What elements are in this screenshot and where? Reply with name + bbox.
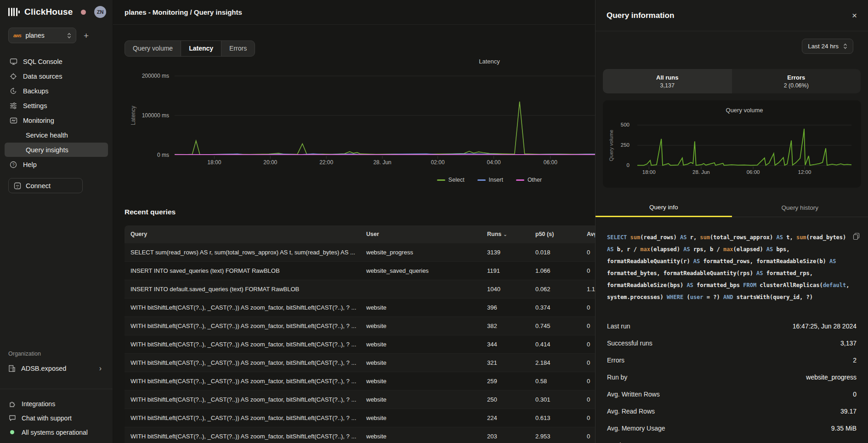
cell-query: WITH bitShiftLeft(CAST(?..), _CAST(?..))… [130,341,366,348]
sidebar-item-settings[interactable]: Settings [5,98,108,113]
connect-icon [14,182,21,190]
cell-user: website [366,341,487,348]
sidebar-item-help[interactable]: ? Help [5,157,108,172]
service-selector[interactable]: aws planes [8,28,76,43]
sql-code-line: formatReadableSize(bps) AS formatted_bps… [607,279,859,291]
cell-runs: 3139 [487,249,535,256]
toggle-all-runs[interactable]: All runs 3,137 [603,69,732,93]
x-tick-label: 28. Jun [373,159,391,166]
notification-dot-icon[interactable] [81,10,86,15]
x-tick-label: 04:00 [487,159,501,166]
cell-user: website [366,359,487,366]
stat-p50-latency: p50 latency0.018s [607,437,857,443]
sidebar-item-label: Settings [23,102,47,109]
runs-errors-toggle: All runs 3,137 Errors 2 (0.06%) [603,69,861,93]
cell-query: SELECT sum(read_rows) AS r, sum(total_ro… [130,249,366,256]
organization-section: Organization ADSB.exposed › [0,351,113,376]
organization-item[interactable]: ADSB.exposed › [8,361,104,376]
sidebar-footer: Integrations Chat with support All syste… [8,397,108,439]
clickhouse-logo-icon [8,8,20,16]
legend-swatch-insert [477,179,486,181]
toggle-errors[interactable]: Errors 2 (0.06%) [732,69,861,93]
sql-code-line: AS b, r / max(elapsed) AS rps, b / max(e… [607,243,859,255]
sidebar-divider [0,389,113,389]
column-header-runs[interactable]: Runs⌄ [487,231,535,237]
sidebar-item-monitoring[interactable]: Monitoring [5,113,108,127]
cell-runs: 250 [487,396,535,403]
sidebar-item-label: Help [23,161,37,168]
connect-button[interactable]: Connect [8,178,83,193]
query-volume-plot[interactable] [603,100,861,174]
system-status-item[interactable]: All systems operational [8,425,108,439]
sidebar: ClickHouse ZN aws planes + SQL Console [0,0,113,443]
column-header-user[interactable]: User [366,231,487,237]
cell-p50: 2.184 [535,359,587,366]
service-name: planes [25,32,44,39]
query-information-panel: Query information × Last 24 hrs All runs… [595,0,868,443]
legend-item-insert[interactable]: Insert [477,177,503,183]
cell-query: WITH bitShiftLeft(CAST(?..), _CAST(?..))… [130,359,366,366]
cell-query: WITH bitShiftLeft(CAST(?..), _CAST(?..))… [130,378,366,385]
cell-p50: 2.953 [535,433,587,440]
legend-label: Insert [489,177,503,183]
column-header-p50[interactable]: p50 (s) [535,231,587,237]
backups-icon [9,87,17,95]
time-range-value: Last 24 hrs [808,43,839,50]
sidebar-item-query-insights[interactable]: Query insights [5,143,108,157]
column-header-query[interactable]: Query [130,231,366,237]
sidebar-item-integrations[interactable]: Integrations [8,397,108,411]
copy-icon[interactable] [853,233,860,240]
tab-query-info[interactable]: Query info [596,199,732,217]
organization-building-icon [8,365,16,372]
sql-code-line: formatReadableQuantity(r) AS formatted_r… [607,255,859,267]
panel-title: Query information [607,11,674,20]
footer-item-label: Chat with support [22,414,72,422]
cell-p50: 0.414 [535,341,587,348]
sidebar-item-label: Query insights [26,146,68,154]
sidebar-item-service-health[interactable]: Service health [5,128,108,142]
chevron-up-down-icon [843,43,847,49]
cell-query: WITH bitShiftLeft(CAST(?..), _CAST(?..))… [130,304,366,311]
toggle-label: All runs [656,74,678,81]
x-tick-label: 12:00 [798,169,811,175]
settings-sliders-icon [9,102,17,109]
toggle-label: Errors [787,74,805,81]
legend-item-other[interactable]: Other [516,177,542,183]
close-icon[interactable]: × [852,11,857,20]
tab-query-history[interactable]: Query history [732,199,868,217]
sql-code-line: SELECT sum(read_rows) AS r, sum(total_ro… [607,231,859,243]
time-range-selector[interactable]: Last 24 hrs [802,39,853,54]
avatar[interactable]: ZN [94,6,106,18]
sidebar-item-sql-console[interactable]: SQL Console [5,54,108,69]
add-service-button[interactable]: + [84,31,89,40]
cell-runs: 224 [487,414,535,421]
cell-query: INSERT INTO default.saved_queries (text)… [130,286,366,293]
sidebar-item-backups[interactable]: Backups [5,84,108,98]
x-tick-label: 06:00 [544,159,557,166]
legend-item-select[interactable]: Select [437,177,465,183]
stat-errors: Errors2 [607,351,857,368]
cell-p50: 1.066 [535,267,587,274]
cell-p50: 0.374 [535,304,587,311]
x-tick-label: 06:00 [747,169,760,175]
monitoring-icon [9,117,17,124]
x-tick-label: 02:00 [431,159,445,166]
sidebar-item-data-sources[interactable]: Data sources [5,69,108,83]
sidebar-nav: SQL Console Data sources Backups Setting… [0,48,113,172]
connect-label: Connect [26,182,51,190]
cell-runs: 259 [487,378,535,385]
sql-query-code[interactable]: SELECT sum(read_rows) AS r, sum(total_ro… [607,231,859,303]
stat-avg-memory-usage: Avg. Memory Usage9.35 MiB [607,420,857,437]
x-tick-label: 28. Jun [692,169,710,175]
recent-queries-title: Recent queries [125,208,176,216]
cell-p50: 0.745 [535,322,587,329]
cell-user: website [366,304,487,311]
legend-swatch-select [437,179,445,181]
sort-caret-icon: ⌄ [503,232,507,237]
sidebar-item-label: Backups [23,87,49,95]
sidebar-item-chat-support[interactable]: Chat with support [8,411,108,425]
stat-last-run: Last run16:47:25, Jun 28 2024 [607,317,857,334]
breadcrumb: planes - Monitoring / Query insights [125,8,242,16]
cell-user: website [366,396,487,403]
cell-user: website_progress [366,249,487,256]
